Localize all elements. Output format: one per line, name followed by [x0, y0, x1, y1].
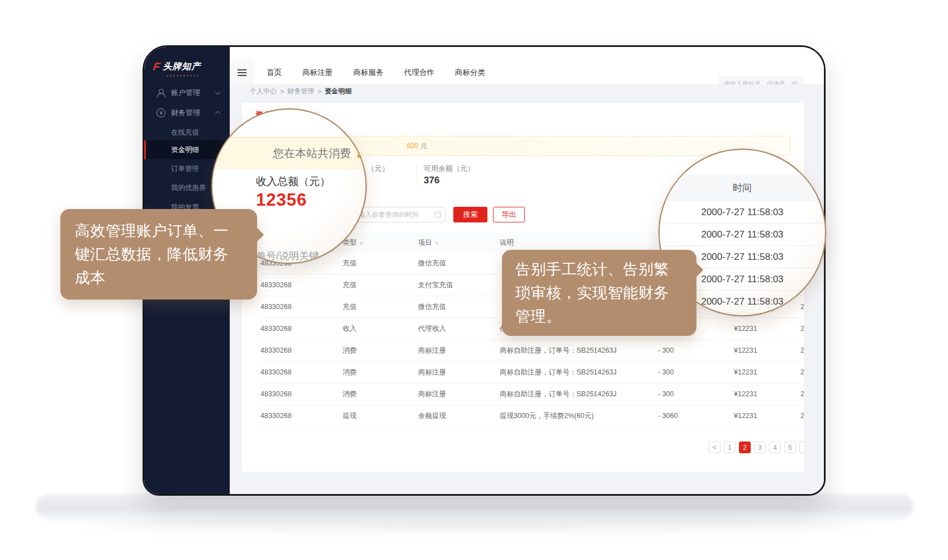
page-button-partial[interactable] — [799, 442, 804, 453]
cell-type: 收入 — [343, 324, 418, 334]
nav-item-home[interactable]: 首页 — [267, 68, 282, 78]
magnified-time-header: 时间 — [660, 174, 825, 201]
table-row: 48330268 消费 商标注册 商标自助注册，订单号：SB2514263J -… — [260, 362, 804, 383]
magnified-income-label: 收入总额（元） — [256, 174, 330, 189]
cell-order: 48330268 — [260, 281, 343, 289]
magnified-time-cell: 2000-7-27 11:58:03 — [660, 224, 825, 246]
chevron-up-icon — [215, 111, 221, 117]
callout-right-text: 告别手工统计、告别繁琐审核，实现智能财务管理。 — [515, 261, 669, 325]
sidebar-item-label: 订单管理 — [171, 164, 199, 174]
finance-icon: ¥ — [157, 108, 165, 117]
cell-time: 2000-7-27 11:58:03 — [800, 368, 804, 376]
breadcrumb: 个人中心 > 财务管理 > 资金明细 — [230, 84, 824, 98]
cell-time: 2000-7-27 11:58:03 — [800, 303, 804, 311]
page-button-3[interactable]: 3 — [754, 442, 766, 453]
brand-logo-icon: F — [152, 60, 161, 73]
cell-order: 48330268 — [260, 303, 343, 311]
sidebar-item-online-recharge[interactable]: 在线充值 — [144, 123, 230, 142]
top-nav: 首页 商标注册 商标服务 代理合作 商标分类 — [267, 68, 485, 78]
calendar-icon[interactable] — [434, 211, 441, 217]
cell-project: 余额提现 — [418, 411, 500, 421]
cell-balance: ¥12231 — [734, 390, 800, 398]
stat-label-fragment: （元） — [367, 164, 389, 174]
cell-order: 48330268 — [260, 325, 343, 333]
sidebar-item-account[interactable]: 账户管理 — [144, 83, 230, 102]
sidebar-item-label: 账户管理 — [171, 88, 200, 98]
banner-tail: 820 元 — [407, 136, 427, 155]
cell-amount: - 300 — [658, 390, 734, 398]
cell-project: 微信充值 — [418, 302, 500, 312]
cell-balance: ¥12231 — [734, 412, 800, 420]
cell-order: 48330268 — [260, 412, 343, 420]
nav-item-trademark-service[interactable]: 商标服务 — [353, 68, 383, 78]
laptop-base — [36, 494, 913, 520]
page-button-4[interactable]: 4 — [769, 442, 781, 453]
user-icon — [157, 88, 165, 97]
breadcrumb-section[interactable]: 财务管理 — [287, 87, 314, 96]
page-button-1[interactable]: 1 — [724, 442, 736, 453]
cell-project: 商标注册 — [418, 346, 500, 355]
cell-balance: ¥12231 — [734, 325, 800, 333]
nav-item-trademark-category[interactable]: 商标分类 — [455, 68, 485, 78]
topbar: 首页 商标注册 商标服务 代理合作 商标分类 — [230, 60, 824, 84]
search-button[interactable]: 搜索 — [453, 207, 487, 222]
cell-desc: 提现3000元，手续费2%(60元) — [500, 411, 658, 421]
cell-time: 2000-7-27 11:58:03 — [800, 347, 804, 354]
cell-amount: - 3060 — [658, 412, 734, 420]
cell-balance: ¥12231 — [734, 368, 800, 376]
magnified-income-value: 12356 — [256, 190, 307, 210]
cell-order: 48330268 — [260, 368, 343, 376]
cell-desc: 商标自助注册，订单号：SB2514263J — [500, 346, 658, 355]
callout-left: 高效管理账户订单、一键汇总数据，降低财务成本 — [60, 209, 257, 300]
stat-divider — [416, 164, 417, 187]
table-row: 48330268 消费 商标注册 商标自助注册，订单号：SB2514263J -… — [260, 383, 804, 405]
breadcrumb-separator: > — [317, 88, 321, 96]
cell-desc: 商标自助注册，订单号：SB2514263J — [500, 390, 658, 399]
cell-project: 支付宝充值 — [418, 281, 500, 290]
banner-unit: 元 — [420, 141, 427, 151]
cell-time: 2000-7-27 11:58:03 — [800, 412, 804, 420]
breadcrumb-current: 资金明细 — [325, 87, 352, 96]
cell-type: 消费 — [343, 346, 418, 355]
sidebar-item-finance[interactable]: ¥ 财务管理 — [144, 103, 230, 122]
hamburger-icon[interactable] — [230, 60, 254, 84]
pagination: < 1 2 3 4 5 — [709, 442, 804, 453]
cell-type: 充值 — [343, 259, 418, 268]
cell-project: 商标注册 — [418, 368, 500, 377]
cell-order: 48330268 — [260, 390, 343, 398]
nav-item-agency[interactable]: 代理合作 — [404, 68, 434, 78]
cell-desc: 商标自助注册，订单号：SB2514263J — [500, 368, 658, 377]
header-type[interactable]: 类型 — [343, 238, 418, 248]
nav-item-trademark-register[interactable]: 商标注册 — [302, 68, 333, 78]
cell-project: 代理收入 — [418, 324, 500, 334]
export-button[interactable]: 导出 — [493, 207, 525, 222]
magnified-banner-prefix: 您在本站共消费 — [273, 146, 351, 161]
breadcrumb-separator: > — [280, 88, 284, 96]
table-row: 48330268 提现 余额提现 提现3000元，手续费2%(60元) - 30… — [260, 405, 804, 427]
banner-amount-fragment: 820 — [407, 142, 418, 150]
cell-type: 提现 — [343, 411, 418, 421]
brand-tagline-decoration — [167, 75, 199, 77]
sidebar-item-label: 在线充值 — [171, 128, 199, 137]
page-background: F 头牌知产 账户管理 ¥ 财务管理 在线充值 资金明细 订单管理 — [0, 0, 948, 560]
balance-stat-value: 376 — [424, 175, 439, 186]
cell-type: 消费 — [343, 368, 418, 377]
breadcrumb-root[interactable]: 个人中心 — [250, 87, 277, 96]
date-query-input[interactable] — [352, 207, 445, 222]
magnified-banner: 您在本站共消费 32124 — [211, 137, 367, 169]
page-button-2-active[interactable]: 2 — [739, 442, 751, 453]
sidebar-item-label: 我的优惠券 — [171, 183, 206, 193]
sidebar-item-label: 财务管理 — [171, 108, 200, 118]
table-row: 48330268 消费 商标注册 商标自助注册，订单号：SB2514263J -… — [260, 340, 804, 362]
chevron-down-icon — [215, 89, 221, 95]
brand-name: 头牌知产 — [163, 61, 201, 73]
cell-order: 48330268 — [260, 347, 343, 354]
cell-type: 充值 — [343, 302, 418, 312]
cell-amount: - 300 — [658, 368, 734, 376]
prev-page-button[interactable]: < — [709, 442, 721, 453]
balance-stat-label: 可用余额（元） — [424, 164, 475, 174]
header-project[interactable]: 项目 — [418, 238, 500, 248]
page-button-5[interactable]: 5 — [784, 442, 796, 453]
cell-project: 微信充值 — [418, 259, 500, 268]
brand-logo[interactable]: F 头牌知产 — [153, 60, 201, 73]
